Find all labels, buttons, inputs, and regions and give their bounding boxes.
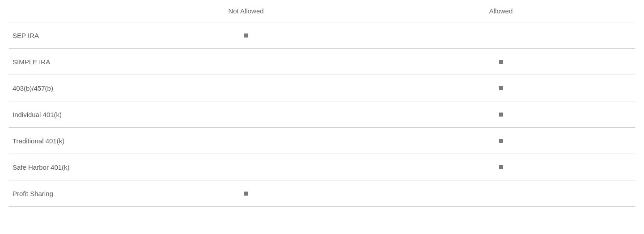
cell-not-allowed: [125, 189, 367, 197]
row-label: SIMPLE IRA: [9, 58, 125, 66]
header-allowed: Allowed: [367, 7, 635, 15]
cell-allowed: [367, 58, 635, 66]
table-body: SEP IRASIMPLE IRA403(b)/457(b)Individual…: [9, 22, 635, 207]
header-not-allowed: Not Allowed: [125, 7, 367, 15]
table-header-row: Not Allowed Allowed: [9, 0, 635, 22]
row-label: Profit Sharing: [9, 190, 125, 197]
row-label: SEP IRA: [9, 32, 125, 39]
cell-allowed: [367, 110, 635, 118]
marker-icon: [499, 86, 503, 90]
row-label: Traditional 401(k): [9, 137, 125, 145]
table-row: Safe Harbor 401(k): [9, 154, 635, 180]
cell-allowed: [367, 137, 635, 145]
row-label: Individual 401(k): [9, 111, 125, 118]
marker-icon: [499, 165, 503, 169]
table-row: Profit Sharing: [9, 180, 635, 207]
marker-icon: [499, 60, 503, 64]
marker-icon: [499, 113, 503, 117]
row-label: 403(b)/457(b): [9, 84, 125, 92]
table-row: Individual 401(k): [9, 101, 635, 127]
marker-icon: [244, 192, 248, 196]
cell-allowed: [367, 163, 635, 171]
row-label: Safe Harbor 401(k): [9, 163, 125, 171]
table-row: 403(b)/457(b): [9, 75, 635, 101]
cell-allowed: [367, 84, 635, 92]
table-row: Traditional 401(k): [9, 127, 635, 154]
marker-icon: [499, 139, 503, 143]
cell-not-allowed: [125, 31, 367, 39]
plan-permissions-table: Not Allowed Allowed SEP IRASIMPLE IRA403…: [9, 0, 635, 207]
marker-icon: [244, 33, 248, 38]
table-row: SIMPLE IRA: [9, 48, 635, 75]
table-row: SEP IRA: [9, 22, 635, 48]
